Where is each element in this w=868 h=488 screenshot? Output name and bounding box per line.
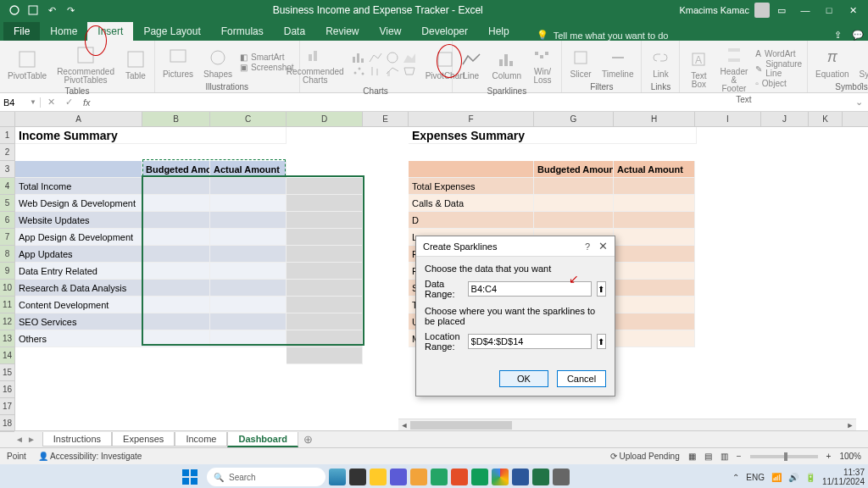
- tb-edge-icon[interactable]: [471, 469, 488, 485]
- cell[interactable]: [614, 263, 695, 280]
- cell[interactable]: [614, 297, 695, 313]
- view-layout-icon[interactable]: ▤: [704, 452, 712, 461]
- status-upload[interactable]: ⟳ Upload Pending: [610, 452, 680, 461]
- tray-lang-icon[interactable]: ENG: [746, 473, 765, 482]
- bar-chart-icon[interactable]: [352, 52, 365, 64]
- recommended-pivot-button[interactable]: Recommended PivotTables: [54, 42, 117, 86]
- cell[interactable]: App Design & Development: [15, 229, 142, 246]
- header-footer-button[interactable]: Header & Footer: [717, 42, 750, 95]
- dialog-close-icon[interactable]: ✕: [598, 240, 608, 252]
- cell[interactable]: Research & Data Analysis: [15, 280, 142, 297]
- user-area[interactable]: Kmacims Kamac: [679, 3, 770, 18]
- timeline-button[interactable]: Timeline: [599, 45, 636, 80]
- collapse-ribbon-icon[interactable]: ⌃: [858, 81, 865, 91]
- cell[interactable]: Content Development: [15, 297, 142, 313]
- cell[interactable]: [614, 178, 695, 195]
- cell[interactable]: Others: [15, 330, 142, 347]
- row-headers[interactable]: 123456789101112131415161718: [0, 112, 15, 430]
- zoom-out-icon[interactable]: −: [737, 452, 742, 461]
- column-headers[interactable]: ABCDEFGHIJK: [15, 112, 868, 127]
- pictures-button[interactable]: Pictures: [160, 45, 196, 80]
- cell[interactable]: SEO Services: [15, 313, 142, 330]
- cell[interactable]: App Updates: [15, 246, 142, 263]
- ribbon-options-icon[interactable]: ▭: [770, 2, 793, 19]
- cell[interactable]: Total Expenses: [409, 178, 534, 195]
- tb-folder-icon[interactable]: [410, 469, 427, 485]
- autosave-icon[interactable]: [8, 4, 20, 16]
- maximize-icon[interactable]: □: [817, 2, 841, 19]
- save-icon[interactable]: [27, 4, 39, 16]
- tb-app2-icon[interactable]: [553, 469, 570, 485]
- slicer-button[interactable]: Slicer: [567, 45, 594, 80]
- close-icon[interactable]: ✕: [841, 2, 865, 19]
- shapes-button[interactable]: Shapes: [201, 45, 235, 80]
- share-icon[interactable]: ⇪: [827, 30, 848, 41]
- horizontal-scrollbar[interactable]: ◄ ►: [398, 419, 856, 430]
- cell[interactable]: [614, 313, 695, 330]
- object-button[interactable]: ▫ Object: [755, 79, 802, 88]
- cell[interactable]: [15, 161, 142, 178]
- tb-chrome-icon[interactable]: [492, 469, 509, 485]
- cell[interactable]: [614, 246, 695, 263]
- cell[interactable]: Data Entry Related: [15, 263, 142, 280]
- cell[interactable]: [614, 280, 695, 297]
- fx-icon[interactable]: fx: [83, 97, 91, 108]
- sheet-nav-prev-icon[interactable]: ◄: [15, 435, 24, 444]
- symbol-button[interactable]: ΩSymbol: [857, 45, 868, 80]
- zoom-level[interactable]: 100%: [839, 452, 861, 461]
- tell-me[interactable]: 💡 Tell me what you want to do: [537, 30, 669, 41]
- cell[interactable]: [614, 229, 695, 246]
- scatter-chart-icon[interactable]: [352, 65, 365, 77]
- cell[interactable]: [614, 195, 695, 212]
- signature-button[interactable]: ✎ Signature Line: [755, 59, 802, 78]
- location-range-input[interactable]: [468, 334, 592, 349]
- cell[interactable]: [287, 347, 363, 364]
- sheet-tab-instructions[interactable]: Instructions: [42, 432, 112, 446]
- tb-teams-icon[interactable]: [390, 469, 407, 485]
- zoom-slider[interactable]: [750, 455, 818, 458]
- tb-explorer-icon[interactable]: [370, 469, 387, 485]
- expand-formula-icon[interactable]: ⌄: [850, 97, 868, 108]
- view-pagebreak-icon[interactable]: ▥: [721, 452, 728, 461]
- cell[interactable]: [534, 178, 614, 195]
- location-range-picker-icon[interactable]: ⬆: [597, 334, 606, 349]
- comments-icon[interactable]: 💬: [848, 30, 868, 41]
- tb-opera-icon[interactable]: [451, 469, 468, 485]
- scroll-right-icon[interactable]: ►: [844, 421, 856, 430]
- chart-gallery[interactable]: [352, 52, 418, 77]
- tray-battery-icon[interactable]: 🔋: [805, 473, 815, 482]
- sheet-tab-expenses[interactable]: Expenses: [112, 432, 175, 446]
- cell[interactable]: [534, 195, 614, 212]
- line-chart-icon[interactable]: [369, 52, 382, 64]
- sparkline-column-button[interactable]: Column: [490, 47, 524, 82]
- sheet-tab-dashboard[interactable]: Dashboard: [227, 432, 298, 447]
- cell[interactable]: [409, 161, 534, 178]
- redo-icon[interactable]: ↷: [64, 4, 76, 16]
- tab-data[interactable]: Data: [274, 22, 315, 41]
- minimize-icon[interactable]: ―: [793, 2, 817, 19]
- tab-review[interactable]: Review: [315, 22, 369, 41]
- tray-clock[interactable]: 11:37 11/11/2024: [822, 468, 865, 486]
- tray-chevron-icon[interactable]: ⌃: [732, 473, 739, 482]
- enter-formula-icon[interactable]: ✓: [65, 97, 73, 108]
- cell[interactable]: Total Income: [15, 178, 142, 195]
- tab-home[interactable]: Home: [40, 22, 87, 41]
- status-accessibility[interactable]: 👤 Accessibility: Investigate: [38, 452, 142, 461]
- cell[interactable]: [614, 330, 695, 347]
- ok-button[interactable]: OK: [499, 370, 548, 387]
- recommended-charts-button[interactable]: Recommended Charts: [284, 42, 347, 86]
- cell[interactable]: Website Updates: [15, 212, 142, 229]
- tab-page-layout[interactable]: Page Layout: [133, 22, 210, 41]
- equation-button[interactable]: πEquation: [813, 45, 851, 80]
- link-button[interactable]: Link: [647, 45, 674, 80]
- cell[interactable]: Expenses Summary: [409, 127, 697, 144]
- start-button[interactable]: [176, 467, 203, 487]
- tb-excel-icon[interactable]: [532, 469, 549, 485]
- tab-formulas[interactable]: Formulas: [211, 22, 274, 41]
- sparkline-winloss-button[interactable]: Win/ Loss: [529, 42, 556, 86]
- wordart-button[interactable]: A WordArt: [755, 49, 802, 58]
- tb-task-view-icon[interactable]: [349, 469, 366, 485]
- cell[interactable]: [614, 212, 695, 229]
- tb-copilot-icon[interactable]: [329, 469, 346, 485]
- add-sheet-icon[interactable]: ⊕: [303, 433, 313, 446]
